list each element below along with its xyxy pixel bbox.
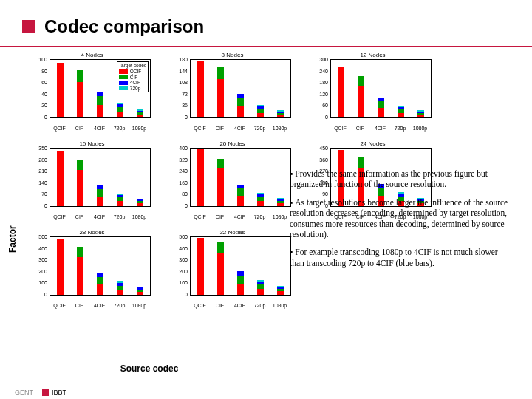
bar-segment (358, 157, 364, 168)
bar-segment (378, 101, 384, 108)
stacked-bar (97, 92, 103, 117)
bar-segment (137, 203, 143, 206)
bar-segment (137, 111, 143, 112)
bar-segment (217, 168, 224, 206)
stacked-bar (378, 98, 384, 117)
x-tick: 720p (114, 214, 126, 219)
bar-segment (97, 277, 103, 284)
plot-area (190, 59, 291, 118)
legend-swatch-icon (119, 75, 128, 79)
chart-panel: 4 Nodes020406080100Target codecQCIFCIF4C… (35, 59, 149, 126)
bar-segment (277, 201, 284, 203)
x-tick: 4CIF (375, 126, 386, 131)
x-tick: 1080p (273, 303, 287, 308)
y-tick: 0 (44, 292, 47, 297)
x-tick: 720p (254, 214, 266, 219)
stacked-bar (197, 149, 204, 206)
bar-segment (197, 61, 204, 117)
stacked-bar (338, 67, 344, 117)
y-tick: 100 (38, 280, 47, 285)
bar-segment (137, 109, 143, 111)
stacked-bar (57, 239, 64, 295)
legend-label: CIF (130, 75, 137, 80)
bar-segment (398, 107, 404, 109)
bar-segment (97, 185, 103, 189)
bar-segment (117, 195, 123, 197)
bar-segment (358, 86, 364, 117)
plot-area (50, 148, 151, 207)
bar-segment (97, 92, 103, 96)
y-tick: 450 (319, 146, 328, 151)
bar-segment (257, 109, 264, 112)
bar-segment (277, 287, 284, 289)
bar-segment (257, 113, 264, 118)
chart-panel: 8 Nodes03672108144180QCIFCIF4CIF720p1080… (175, 59, 290, 126)
y-tick: 400 (179, 146, 188, 151)
x-tick: CIF (356, 126, 364, 131)
chart-panel: 20 Nodes080160240320400QCIFCIF4CIF720p10… (175, 148, 290, 214)
y-tick: 0 (185, 115, 188, 120)
y-tick: 144 (179, 68, 188, 73)
stacked-bar (137, 109, 143, 117)
bar-segment (137, 201, 143, 203)
legend-swatch-icon (119, 81, 128, 85)
x-tick: 720p (254, 303, 266, 308)
stacked-bar (237, 271, 244, 295)
bar-segment (117, 290, 123, 295)
x-axis-label: Source codec (9, 364, 290, 374)
stacked-bar (277, 110, 284, 117)
y-tick: 0 (44, 115, 47, 120)
stacked-bar (97, 273, 103, 295)
stacked-bar (117, 194, 123, 206)
bar-segment (77, 70, 83, 82)
bar-segment (77, 170, 83, 206)
stacked-bar (217, 242, 224, 295)
plot-area (330, 59, 432, 118)
x-tick: 4CIF (94, 303, 105, 308)
plot-area: Target codecQCIFCIF4CIF720p (50, 59, 151, 118)
y-tick: 160 (179, 180, 188, 185)
bar-segment (237, 276, 244, 284)
x-tick: QCIF (53, 214, 66, 219)
bar-segment (277, 113, 284, 115)
bar-segment (237, 106, 244, 117)
bar-segment (97, 197, 103, 206)
stacked-bar (217, 159, 224, 206)
bar-segment (77, 247, 83, 257)
bar-segment (57, 239, 64, 295)
y-tick: 350 (38, 146, 47, 151)
stacked-bar (137, 287, 143, 295)
bar-segment (237, 284, 244, 295)
legend: Target codecQCIFCIF4CIF720p (117, 61, 149, 92)
panel-title: 8 Nodes (175, 52, 290, 58)
bar-segment (277, 291, 284, 295)
x-tick: 720p (254, 126, 266, 131)
chart-panel: 32 Nodes0100200300400500QCIFCIF4CIF720p1… (175, 236, 290, 303)
y-tick: 300 (319, 57, 328, 62)
bar-segment (257, 201, 264, 206)
legend-label: 720p (130, 86, 140, 91)
y-tick: 360 (319, 157, 328, 162)
x-tick: 4CIF (94, 214, 105, 219)
stacked-bar (197, 61, 204, 117)
bar-segment (97, 284, 103, 295)
bar-segment (257, 193, 264, 194)
bar-segment (77, 160, 83, 170)
bar-segment (77, 257, 83, 295)
bar-segment (217, 67, 224, 79)
note-2: ▪ As target resolutions become larger th… (290, 197, 511, 240)
footer: GENT IBBT (15, 389, 66, 396)
bar-segment (117, 103, 123, 104)
stacked-bar (77, 70, 83, 117)
y-tick: 72 (182, 91, 188, 96)
bar-segment (77, 82, 83, 117)
y-tick: 280 (38, 157, 47, 162)
bar-segment (57, 151, 64, 206)
stacked-bar (417, 110, 424, 117)
stacked-bar (358, 76, 364, 117)
bar-segment (97, 96, 103, 105)
bar-segment (257, 284, 264, 289)
bar-segment (117, 281, 123, 282)
y-axis-label: Factor (7, 225, 18, 253)
footer-org1: GENT (15, 389, 33, 396)
